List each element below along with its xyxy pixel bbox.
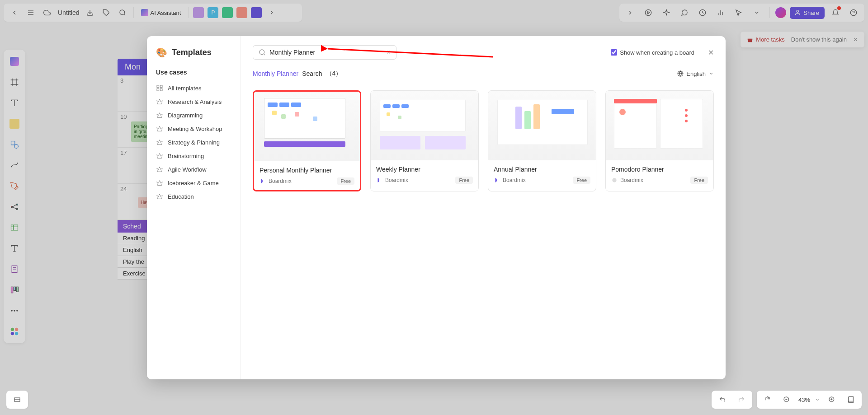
sidebar-item-meeting[interactable]: Meeting & Workshop	[156, 122, 241, 135]
show-when-checkbox[interactable]	[611, 49, 617, 56]
sidebar-item-diagramming[interactable]: Diagramming	[156, 108, 241, 122]
zoom-in-button[interactable]	[825, 392, 839, 407]
free-badge: Free	[573, 177, 590, 184]
crumb-search: Search	[302, 70, 322, 77]
undo-icon	[719, 396, 726, 403]
card-title: Pomodoro Planner	[611, 166, 708, 173]
search-icon	[259, 49, 266, 56]
svg-point-54	[612, 178, 616, 182]
sidebar-label: Research & Analysis	[168, 98, 222, 105]
language-label: English	[686, 70, 706, 77]
card-author: Boardmix	[620, 177, 643, 183]
breadcrumb: Monthly Planner Search （4） English	[253, 70, 714, 78]
sidebar-item-brainstorming[interactable]: Brainstorming	[156, 149, 241, 163]
sidebar-label: Icebreaker & Game	[168, 180, 219, 187]
templates-title: 🎨 Templates	[156, 47, 241, 58]
sidebar-label: Strategy & Planning	[168, 139, 220, 146]
card-author: Boardmix	[385, 177, 408, 183]
free-badge: Free	[337, 177, 354, 185]
redo-icon	[738, 396, 745, 403]
chevron-down-icon	[815, 397, 820, 402]
chevron-down-icon	[708, 71, 714, 76]
card-title: Annual Planner	[494, 166, 590, 173]
book-icon	[847, 396, 854, 403]
undo-button[interactable]	[715, 392, 730, 407]
language-selector[interactable]: English	[677, 70, 714, 77]
card-title: Weekly Planner	[376, 166, 473, 173]
svg-point-50	[259, 50, 264, 55]
crown-icon	[156, 166, 163, 173]
svg-rect-46	[157, 85, 159, 88]
card-preview	[371, 91, 478, 160]
sidebar-label: Agile Workflow	[168, 166, 207, 173]
boardmix-icon	[376, 177, 382, 183]
crumb-link[interactable]: Monthly Planner	[253, 70, 298, 77]
crown-icon	[156, 179, 163, 187]
sidebar-label: Brainstorming	[168, 153, 204, 159]
sidebar-label: Education	[168, 193, 194, 200]
sidebar-label: Diagramming	[168, 112, 203, 119]
free-badge: Free	[690, 177, 708, 184]
free-badge: Free	[455, 177, 473, 184]
minus-icon	[783, 396, 790, 403]
modal-sidebar: 🎨 Templates Use cases All templates Rese…	[147, 36, 241, 379]
crown-icon	[156, 112, 163, 119]
template-search-input[interactable]	[269, 49, 383, 56]
sidebar-item-research[interactable]: Research & Analysis	[156, 95, 241, 108]
show-when-label: Show when creating a board	[620, 49, 694, 56]
svg-rect-48	[157, 89, 159, 91]
zoom-level[interactable]: 43%	[798, 396, 810, 403]
modal-close[interactable]: ✕	[708, 48, 714, 57]
boardmix-icon	[494, 177, 500, 183]
use-cases-heading: Use cases	[156, 69, 241, 76]
sidebar-item-education[interactable]: Education	[156, 190, 241, 203]
boardmix-icon	[611, 177, 618, 183]
template-card-annual[interactable]: Annual Planner Boardmix Free	[488, 90, 596, 191]
svg-line-51	[264, 54, 265, 55]
layers-icon	[14, 396, 21, 403]
crown-icon	[156, 98, 163, 105]
svg-rect-47	[160, 85, 162, 88]
card-author: Boardmix	[269, 178, 292, 184]
sidebar-label: All templates	[168, 85, 201, 92]
svg-rect-49	[160, 89, 162, 91]
template-card-pomodoro[interactable]: Pomodoro Planner Boardmix Free	[605, 90, 714, 191]
template-card-personal-monthly[interactable]: Personal Monthly Planner Boardmix Free	[253, 90, 361, 191]
crown-icon	[156, 193, 163, 200]
boardmix-icon	[259, 178, 266, 184]
zoom-out-button[interactable]	[779, 392, 794, 407]
globe-icon	[677, 70, 684, 77]
pan-button[interactable]	[760, 392, 775, 407]
modal-content: × Show when creating a board ✕ Monthly P…	[241, 36, 726, 379]
sidebar-item-icebreaker[interactable]: Icebreaker & Game	[156, 176, 241, 190]
hand-icon	[764, 396, 771, 403]
card-preview	[254, 92, 360, 161]
card-author: Boardmix	[503, 177, 526, 183]
crumb-count: （4）	[326, 70, 342, 78]
crown-icon	[156, 125, 163, 132]
sidebar-item-strategy[interactable]: Strategy & Planning	[156, 135, 241, 149]
card-preview	[488, 91, 596, 160]
layers-button[interactable]	[10, 392, 24, 407]
sidebar-item-all-templates[interactable]: All templates	[156, 81, 241, 95]
sidebar-item-agile[interactable]: Agile Workflow	[156, 163, 241, 176]
card-preview	[606, 91, 713, 160]
grid-icon	[156, 84, 163, 92]
sidebar-label: Meeting & Workshop	[168, 126, 222, 132]
search-box: ×	[253, 45, 396, 60]
template-card-weekly[interactable]: Weekly Planner Boardmix Free	[370, 90, 479, 191]
crown-icon	[156, 152, 163, 159]
templates-modal: 🎨 Templates Use cases All templates Rese…	[147, 36, 726, 379]
templates-icon: 🎨	[156, 47, 167, 58]
fit-button[interactable]	[844, 392, 858, 407]
plus-icon	[828, 396, 835, 403]
crown-icon	[156, 139, 163, 146]
clear-search[interactable]: ×	[387, 48, 391, 56]
card-title: Personal Monthly Planner	[259, 167, 354, 174]
redo-button[interactable]	[734, 392, 749, 407]
